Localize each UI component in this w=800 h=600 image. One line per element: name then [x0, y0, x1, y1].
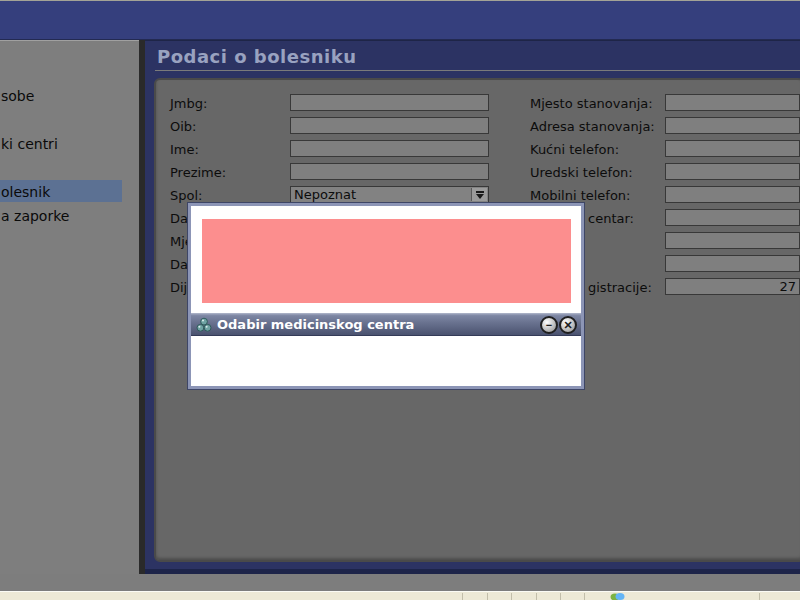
label-prezime: Prezime:	[170, 165, 226, 180]
label-oib: Oib:	[170, 119, 196, 134]
mjesto-stanovanja-input[interactable]	[665, 94, 800, 111]
sidebar: sobe ki centri olesnik a zaporke	[0, 40, 139, 574]
label-adresa-stanovanja: Adresa stanovanja:	[530, 119, 655, 134]
spol-dropdown[interactable]: Nepoznat	[290, 186, 489, 203]
label-fragment-dijagnoza: Dij	[170, 280, 187, 295]
dialog-title: Odabir medicinskog centra	[217, 317, 414, 332]
sidebar-item-zaporke[interactable]: a zaporke	[1, 208, 69, 224]
taskbar-separator	[759, 593, 760, 600]
spol-dropdown-button[interactable]	[471, 188, 487, 201]
uredski-telefon-input[interactable]	[665, 163, 800, 180]
taskbar-separator	[560, 593, 561, 600]
dialog-titlebar[interactable]: Odabir medicinskog centra − ✕	[191, 313, 581, 336]
label-fragment-registracije: gistracije:	[588, 280, 652, 295]
sidebar-item-osobe[interactable]: sobe	[1, 88, 34, 104]
kucni-telefon-input[interactable]	[665, 140, 800, 157]
taskbar-separator	[511, 593, 512, 600]
taskbar-separator	[584, 593, 585, 600]
sidebar-item-bolesnik[interactable]: olesnik	[1, 184, 50, 200]
app-top-bar	[0, 1, 800, 40]
registracije-input[interactable]	[665, 278, 800, 295]
taskbar-separator	[536, 593, 537, 600]
label-ime: Ime:	[170, 142, 199, 157]
label-spol: Spol:	[170, 188, 202, 203]
prezime-input[interactable]	[290, 163, 489, 180]
jmbg-input[interactable]	[290, 94, 489, 111]
screen: { "window": { "page_title": "Podaci o bo…	[0, 0, 800, 600]
odabir-medicinskog-centra-dialog: Odabir medicinskog centra − ✕	[188, 203, 584, 389]
spol-dropdown-value: Nepoznat	[294, 187, 356, 202]
label-fragment-centar: centar:	[588, 211, 634, 226]
taskbar-separator	[487, 593, 488, 600]
tray-app-icon[interactable]	[610, 592, 625, 600]
adresa-stanovanja-input[interactable]	[665, 117, 800, 134]
dialog-close-button[interactable]: ✕	[559, 316, 577, 334]
hidden-label-input-2[interactable]	[665, 255, 800, 272]
medical-center-cluster-icon	[196, 317, 212, 333]
chevron-down-icon	[476, 191, 484, 199]
page-title: Podaci o bolesniku	[157, 46, 356, 67]
label-jmbg: Jmbg:	[170, 96, 207, 111]
oib-input[interactable]	[290, 117, 489, 134]
hidden-label-input-1[interactable]	[665, 232, 800, 249]
desktop-gray-band	[0, 574, 800, 591]
label-uredski-telefon: Uredski telefon:	[530, 165, 633, 180]
taskbar-strip[interactable]	[0, 592, 800, 600]
ime-input[interactable]	[290, 140, 489, 157]
label-kucni-telefon: Kućni telefon:	[530, 142, 619, 157]
taskbar-separator	[462, 593, 463, 600]
label-mobilni-telefon: Mobilni telefon:	[530, 188, 630, 203]
centar-input[interactable]	[665, 209, 800, 226]
title-underline	[155, 70, 800, 71]
dialog-content-placeholder	[202, 219, 571, 303]
sidebar-item-medicinski-centri[interactable]: ki centri	[1, 136, 58, 152]
dialog-minimize-button[interactable]: −	[540, 316, 558, 334]
label-mjesto-stanovanja: Mjesto stanovanja:	[530, 96, 653, 111]
mobilni-telefon-input[interactable]	[665, 186, 800, 203]
